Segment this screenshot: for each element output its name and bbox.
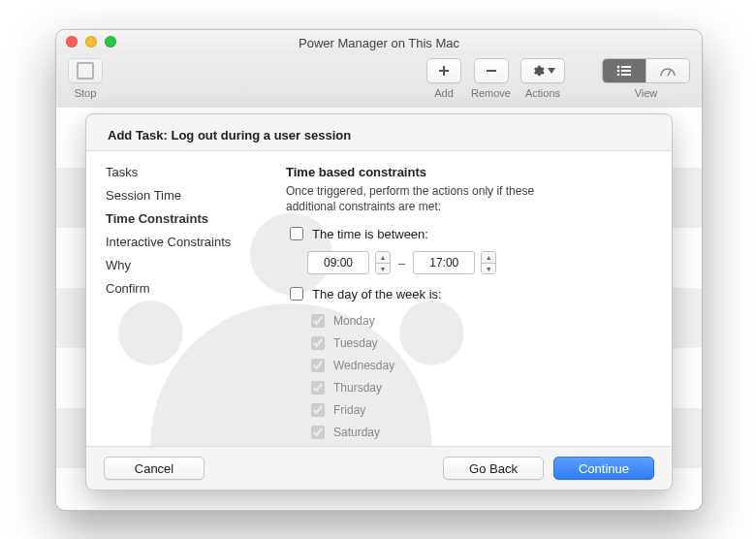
day-friday-checkbox <box>311 403 325 417</box>
gauge-icon <box>659 65 677 77</box>
svg-point-2 <box>617 70 620 73</box>
nav-interactive-constraints[interactable]: Interactive Constraints <box>106 235 272 249</box>
nav-time-constraints[interactable]: Time Constraints <box>106 211 272 226</box>
time-to-field[interactable]: 17:00 <box>413 251 475 274</box>
list-icon <box>616 65 632 77</box>
content-hint: Once triggered, perform the actions only… <box>286 183 586 214</box>
window-title: Power Manager on This Mac <box>299 36 459 50</box>
content-heading: Time based constraints <box>286 165 648 179</box>
wizard-nav: Tasks Session Time Time Constraints Inte… <box>86 151 272 446</box>
day-monday-checkbox <box>311 314 325 328</box>
remove-label: Remove <box>471 87 511 99</box>
day-wednesday-checkbox <box>311 359 325 372</box>
add-button[interactable] <box>426 58 461 83</box>
stop-icon <box>77 62 94 79</box>
chevron-up-icon: ▲ <box>376 252 390 263</box>
day-tuesday[interactable]: Tuesday <box>307 333 648 353</box>
day-tuesday-checkbox <box>311 336 325 350</box>
zoom-icon[interactable] <box>105 36 116 48</box>
day-wednesday[interactable]: Wednesday <box>307 356 648 375</box>
add-label: Add <box>434 87 454 99</box>
view-gauge-button[interactable] <box>646 59 689 82</box>
time-from-field[interactable]: 09:00 <box>307 251 369 274</box>
chevron-down-icon: ▼ <box>482 263 495 274</box>
minimize-icon[interactable] <box>85 36 97 48</box>
day-thursday[interactable]: Thursday <box>307 378 648 397</box>
nav-why[interactable]: Why <box>106 258 272 272</box>
day-saturday-checkbox <box>311 426 325 439</box>
svg-rect-4 <box>621 66 631 68</box>
nav-session-time[interactable]: Session Time <box>106 188 272 203</box>
time-between-checkbox[interactable] <box>290 227 303 240</box>
svg-rect-5 <box>621 70 631 72</box>
nav-confirm[interactable]: Confirm <box>106 281 272 296</box>
day-sunday[interactable]: Sunday <box>307 445 648 447</box>
day-thursday-checkbox <box>311 381 325 395</box>
minus-icon <box>485 64 498 78</box>
day-of-week-checkbox[interactable] <box>290 287 303 301</box>
sheet-title: Add Task: Log out during a user session <box>86 114 672 150</box>
time-from-stepper[interactable]: ▲ ▼ <box>375 251 391 274</box>
time-to-value: 17:00 <box>414 256 474 270</box>
day-saturday[interactable]: Saturday <box>307 423 648 442</box>
go-back-button[interactable]: Go Back <box>443 457 544 480</box>
day-friday[interactable]: Friday <box>307 400 648 420</box>
svg-point-3 <box>617 74 620 77</box>
content-pane: Time based constraints Once triggered, p… <box>272 151 672 446</box>
remove-button[interactable] <box>474 58 509 83</box>
nav-tasks[interactable]: Tasks <box>106 165 272 179</box>
actions-button[interactable] <box>520 58 565 83</box>
view-list-button[interactable] <box>603 59 646 82</box>
actions-label: Actions <box>525 87 560 99</box>
svg-point-1 <box>617 66 620 69</box>
titlebar: Power Manager on This Mac <box>56 30 702 54</box>
time-to-stepper[interactable]: ▲ ▼ <box>481 251 496 274</box>
chevron-down-icon <box>548 68 555 74</box>
close-icon[interactable] <box>66 36 78 48</box>
days-list: Monday Tuesday Wednesday Thursday Friday… <box>307 311 648 447</box>
cancel-button[interactable]: Cancel <box>104 457 205 480</box>
chevron-down-icon: ▼ <box>376 263 390 274</box>
task-sheet: Add Task: Log out during a user session … <box>85 113 673 491</box>
toolbar: Stop Add Remove Actions <box>56 54 702 110</box>
time-between-label: The time is between: <box>312 227 428 241</box>
view-label: View <box>635 87 658 99</box>
day-of-week-label: The day of the week is: <box>312 287 442 301</box>
chevron-up-icon: ▲ <box>482 252 495 263</box>
day-monday[interactable]: Monday <box>307 311 648 331</box>
continue-button[interactable]: Continue <box>553 457 654 480</box>
stop-button[interactable] <box>68 58 103 83</box>
window-controls <box>66 36 116 48</box>
range-dash: – <box>398 256 405 270</box>
svg-line-7 <box>668 70 671 76</box>
svg-rect-0 <box>487 70 496 72</box>
gear-icon <box>531 64 545 78</box>
time-from-value: 09:00 <box>308 256 368 270</box>
app-window: Power Manager on This Mac Stop Add Remov… <box>55 29 703 511</box>
svg-rect-6 <box>621 74 631 76</box>
plus-icon <box>437 64 451 78</box>
stop-label: Stop <box>75 87 97 99</box>
view-segmented <box>602 58 690 83</box>
